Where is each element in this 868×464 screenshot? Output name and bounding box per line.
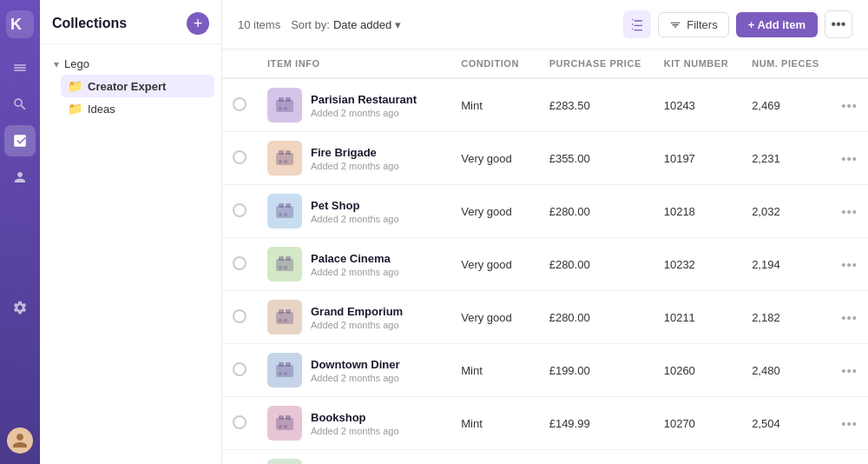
main-content: 10 items Sort by: Date added ▾ Filters +… (222, 0, 868, 464)
row-select-cell[interactable] (222, 238, 257, 291)
th-purchase-price: Purchase price (539, 50, 654, 78)
row-select-cell[interactable] (222, 78, 257, 132)
row-select-cell[interactable] (222, 132, 257, 185)
folder-icon: 📁 (68, 79, 82, 93)
svg-rect-18 (279, 256, 284, 261)
row-item-cell: Parisian Restaurant Added 2 months ago (257, 78, 450, 132)
sidebar-icon-minifigs[interactable] (4, 162, 36, 193)
th-select (222, 50, 257, 78)
row-condition: Very good (450, 185, 538, 238)
item-name: Bookshop (311, 411, 399, 424)
item-name: Palace Cinema (311, 252, 399, 265)
tree-item-creator-expert-label: Creator Expert (88, 80, 166, 93)
main-toolbar: 10 items Sort by: Date added ▾ Filters +… (222, 0, 868, 50)
item-thumbnail (267, 406, 302, 441)
tree-item-ideas-label: Ideas (88, 103, 115, 116)
svg-rect-34 (286, 415, 291, 420)
add-collection-button[interactable]: + (187, 12, 209, 35)
row-actions-button[interactable]: ••• (831, 78, 868, 132)
row-price: £283.50 (539, 78, 654, 132)
svg-rect-3 (279, 97, 284, 102)
item-name: Pet Shop (311, 199, 399, 212)
row-price: £280.00 (539, 238, 654, 291)
radio-button[interactable] (233, 309, 247, 323)
filters-button[interactable]: Filters (658, 12, 728, 37)
row-kit-number: 10264 (654, 450, 741, 465)
table-header-row: Item info Condition Purchase price Kit n… (222, 50, 868, 78)
row-condition: Very good (450, 238, 538, 291)
svg-rect-23 (279, 309, 284, 314)
svg-rect-24 (286, 309, 291, 314)
view-toggle-button[interactable] (623, 10, 651, 38)
row-actions-button[interactable]: ••• (831, 397, 868, 450)
row-actions-button[interactable]: ••• (831, 185, 868, 238)
row-actions-button[interactable]: ••• (831, 132, 868, 185)
sort-control[interactable]: Sort by: Date added ▾ (291, 18, 401, 31)
radio-button[interactable] (233, 362, 247, 376)
row-select-cell[interactable] (222, 185, 257, 238)
radio-button[interactable] (233, 415, 247, 429)
folder-icon-ideas: 📁 (68, 102, 82, 116)
row-select-cell[interactable] (222, 397, 257, 450)
row-kit-number: 10260 (654, 344, 741, 397)
tree-item-lego[interactable]: ▾ Lego (47, 53, 214, 75)
row-condition: Very good (450, 291, 538, 344)
radio-button[interactable] (233, 256, 247, 270)
icon-sidebar: K (0, 0, 40, 464)
row-pieces: 2,182 (741, 291, 831, 344)
table-row: Palace Cinema Added 2 months ago Very go… (222, 238, 868, 291)
svg-rect-30 (279, 372, 282, 375)
user-avatar[interactable] (7, 428, 33, 454)
collections-tree: ▾ Lego 📁 Creator Expert 📁 Ideas (40, 44, 221, 464)
app-logo[interactable]: K (6, 10, 34, 38)
row-kit-number: 10218 (654, 185, 741, 238)
item-added-date: Added 2 months ago (311, 161, 399, 171)
more-options-button[interactable]: ••• (825, 10, 852, 38)
row-actions-button[interactable]: ••• (831, 450, 868, 465)
row-condition: Mint (450, 397, 538, 450)
item-name: Grand Emporium (311, 305, 403, 318)
item-name: Fire Brigade (311, 146, 399, 159)
item-name: Parisian Restaurant (311, 93, 417, 106)
sidebar-icon-settings[interactable] (4, 292, 36, 323)
row-item-cell: Corner Garage Added 2 months ago (257, 450, 450, 465)
item-added-date: Added 2 months ago (311, 426, 399, 436)
row-price: £280.00 (539, 185, 654, 238)
svg-rect-16 (284, 213, 287, 216)
row-select-cell[interactable] (222, 344, 257, 397)
sidebar-icon-sets[interactable] (4, 125, 36, 156)
row-condition: Mint (450, 344, 538, 397)
svg-rect-11 (284, 160, 287, 163)
tree-item-creator-expert[interactable]: 📁 Creator Expert (61, 75, 214, 97)
add-item-button[interactable]: + Add item (736, 12, 818, 37)
row-pieces: 2,569 (741, 450, 831, 465)
row-actions-button[interactable]: ••• (831, 291, 868, 344)
sort-by-value: Date added (333, 18, 391, 31)
row-kit-number: 10270 (654, 397, 741, 450)
row-select-cell[interactable] (222, 450, 257, 465)
item-thumbnail (267, 141, 302, 176)
svg-rect-36 (284, 425, 287, 428)
tree-children-lego: 📁 Creator Expert 📁 Ideas (61, 75, 214, 120)
row-kit-number: 10211 (654, 291, 741, 344)
svg-rect-31 (284, 372, 287, 375)
tree-item-lego-label: Lego (64, 57, 89, 70)
svg-rect-5 (279, 107, 282, 110)
radio-button[interactable] (233, 203, 247, 217)
row-select-cell[interactable] (222, 291, 257, 344)
radio-button[interactable] (233, 97, 247, 111)
more-icon: ••• (832, 17, 846, 32)
row-pieces: 2,480 (741, 344, 831, 397)
sidebar-icon-search[interactable] (4, 89, 36, 120)
tree-item-ideas[interactable]: 📁 Ideas (61, 97, 214, 120)
svg-rect-6 (284, 107, 287, 110)
row-pieces: 2,469 (741, 78, 831, 132)
radio-button[interactable] (233, 150, 247, 164)
svg-rect-9 (286, 150, 291, 155)
item-name: Downtown Diner (311, 358, 400, 371)
sidebar-icon-collections[interactable] (4, 52, 36, 83)
row-actions-button[interactable]: ••• (831, 344, 868, 397)
row-actions-button[interactable]: ••• (831, 238, 868, 291)
table-row: Grand Emporium Added 2 months ago Very g… (222, 291, 868, 344)
row-item-cell: Pet Shop Added 2 months ago (257, 185, 450, 238)
